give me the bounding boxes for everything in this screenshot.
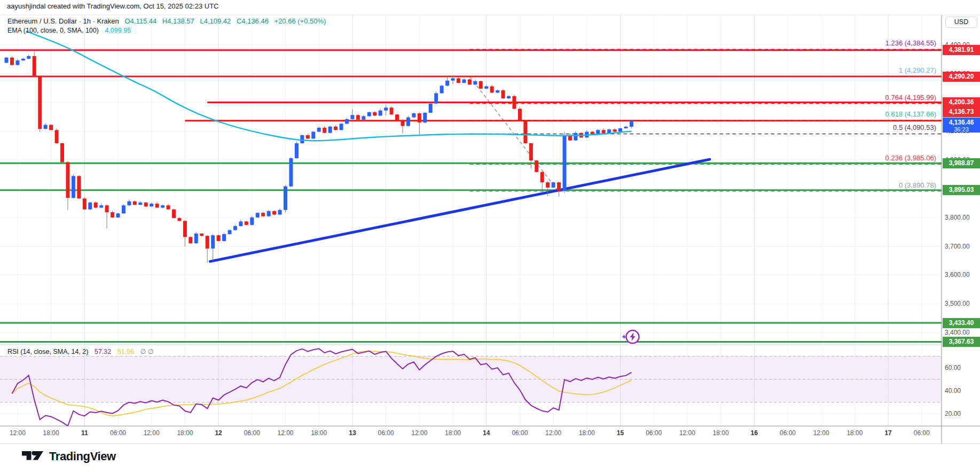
candle (367, 112, 371, 117)
candle (300, 135, 304, 143)
candle (373, 112, 377, 115)
candle (451, 78, 455, 80)
candle (406, 118, 410, 126)
candle (272, 211, 276, 214)
candle (200, 234, 203, 236)
candle (21, 59, 25, 60)
candle (10, 58, 14, 65)
rsi-tick: 60.00 (945, 364, 961, 372)
price-tick: 3,600.00 (945, 271, 970, 278)
ema-line[interactable] (26, 31, 632, 141)
candle (395, 114, 399, 120)
candle (412, 113, 415, 118)
time-label: 06:00 (110, 429, 126, 437)
candle (116, 213, 120, 218)
candle (334, 127, 338, 130)
candle (468, 80, 472, 85)
candle (267, 211, 271, 216)
candle (401, 120, 404, 126)
candle (289, 158, 293, 187)
time-label: 12:00 (10, 429, 26, 437)
candle (88, 203, 92, 210)
candle (390, 107, 394, 114)
price-label-value: 4,136.73 (943, 107, 980, 117)
candle (484, 86, 488, 88)
candle (66, 163, 69, 198)
candle (211, 235, 215, 249)
bar-countdown: 36:23 (943, 127, 980, 133)
candle (557, 182, 561, 191)
candle (602, 130, 606, 133)
time-label: 15 (617, 429, 624, 437)
price-label: 4,200.36 (943, 97, 980, 107)
candle (479, 81, 483, 89)
candle (194, 234, 198, 243)
tradingview-logo-icon (21, 450, 44, 463)
price-label-value: 3,433.40 (943, 318, 980, 328)
candle (379, 111, 382, 116)
price-label-value: 3,367.63 (943, 337, 980, 347)
price-label-value: 3,895.03 (943, 185, 980, 195)
candle (15, 60, 19, 65)
price-label-value: 3,988.87 (943, 158, 980, 168)
time-label: 12:00 (545, 429, 561, 437)
symbol-legend: Ethereum / U.S. Dollar · 1h · Kraken O4,… (7, 17, 326, 25)
currency-button[interactable]: USD (945, 17, 977, 28)
candle (239, 221, 242, 226)
price-label-value: 4,381.91 (943, 45, 980, 55)
candle (172, 210, 176, 218)
price-tick: 3,700.00 (945, 243, 970, 250)
tradingview-logo[interactable]: TradingView (21, 450, 116, 463)
candle (55, 130, 59, 143)
candle (496, 90, 499, 92)
candle (345, 119, 349, 124)
time-label: 18:00 (43, 429, 59, 437)
symbol-title: Ethereum / U.S. Dollar · 1h · Kraken (7, 17, 119, 25)
candle (177, 218, 181, 221)
candle (60, 143, 64, 163)
time-label: 12:00 (144, 429, 160, 437)
time-label: 12:00 (813, 429, 829, 437)
candle (546, 182, 550, 188)
candle (574, 133, 577, 141)
tradingview-chart-page: aayushjindal created with TradingView.co… (0, 0, 980, 472)
candle (99, 205, 103, 207)
candle (490, 86, 494, 92)
candle (122, 205, 126, 213)
candle (340, 123, 343, 130)
candle (501, 90, 505, 98)
candle (540, 172, 544, 182)
time-label: 12:00 (679, 429, 695, 437)
change-value: +20.66 (+0.50%) (275, 17, 326, 25)
candle (350, 115, 354, 119)
candle (624, 127, 628, 128)
candle (33, 56, 36, 76)
price-label-value: 4,290.20 (943, 72, 980, 82)
candle (49, 125, 53, 130)
candle (256, 213, 260, 218)
rsi-value: 57.32 (95, 348, 111, 355)
candle (552, 182, 555, 188)
time-label: 11 (81, 429, 88, 437)
tradingview-logo-text: TradingView (49, 450, 116, 463)
candle (150, 204, 153, 206)
time-label: 06:00 (244, 429, 260, 437)
time-label: 13 (349, 429, 356, 437)
candle (77, 176, 81, 198)
price-label: 4,381.91 (943, 45, 980, 55)
candle (233, 226, 237, 230)
candle (217, 235, 221, 241)
price-label: 4,136.73 (943, 107, 980, 117)
price-label: 4,290.20 (943, 72, 980, 82)
chart-canvas[interactable] (0, 0, 980, 446)
candle (5, 58, 9, 63)
candle (356, 115, 360, 120)
time-label: 18:00 (311, 429, 327, 437)
candle (127, 202, 131, 206)
candle (535, 160, 538, 172)
candle (295, 143, 299, 158)
time-label: 18:00 (445, 429, 461, 437)
time-label: 18:00 (713, 429, 729, 437)
candle (317, 128, 321, 132)
candle (183, 221, 187, 237)
